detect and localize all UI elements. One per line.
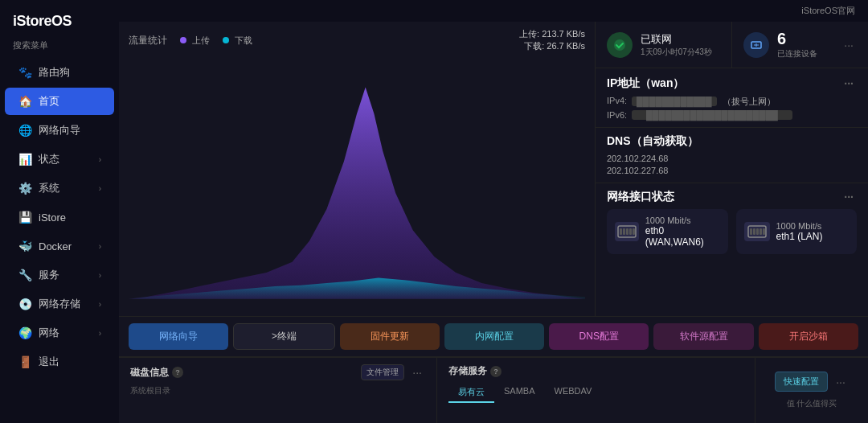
chart-canvas	[129, 55, 585, 310]
sidebar-label-router: 路由狗	[39, 65, 70, 80]
chart-title: 流量统计	[129, 34, 167, 47]
disk-help-icon[interactable]: ?	[172, 367, 183, 378]
netif-eth1: 1000 Mbit/s eth1 (LAN)	[736, 209, 858, 254]
devices-more-button[interactable]: ···	[841, 39, 857, 51]
storage-tabs: 易有云 SAMBA WEBDAV	[448, 383, 743, 403]
action-btn-dns-config[interactable]: DNS配置	[549, 323, 649, 350]
ipv6-row: IPv6: █████████████████████	[607, 110, 857, 120]
disk-more-button[interactable]: ···	[409, 366, 425, 379]
services-arrow: ›	[99, 271, 101, 280]
network-icon: 🌍	[18, 326, 32, 340]
svg-rect-10	[753, 228, 755, 235]
action-btn-terminal[interactable]: >终端	[233, 323, 334, 350]
sidebar-item-network-guide[interactable]: 🌐 网络向导	[5, 117, 114, 144]
system-icon: ⚙️	[18, 181, 32, 195]
sidebar-search-label: 搜索菜单	[0, 36, 119, 58]
action-buttons: 网络向导 >终端 固件更新 内网配置 DNS配置 软件源配置 开启沙箱	[119, 316, 868, 357]
disk-sub: 系统根目录	[130, 385, 425, 396]
ipv4-row: IPv4: ████████████ （拨号上网）	[607, 96, 857, 108]
ethernet2-icon	[747, 224, 767, 239]
sidebar-item-network[interactable]: 🌍 网络 ›	[5, 319, 114, 347]
system-arrow: ›	[99, 184, 101, 193]
sidebar-item-router[interactable]: 🐾 路由狗	[5, 59, 114, 86]
storage-title: 存储服务 ?	[448, 364, 502, 378]
app-logo: iStoreOS	[0, 0, 119, 36]
disk-info: 磁盘信息 ? 文件管理 ··· 系统根目录	[119, 358, 437, 423]
svg-rect-3	[620, 228, 622, 235]
ip-more-button[interactable]: ···	[841, 77, 857, 90]
sidebar-item-system[interactable]: ⚙️ 系统 ›	[5, 175, 114, 202]
sidebar-label-home: 首页	[39, 94, 59, 109]
bottom-section: 磁盘信息 ? 文件管理 ··· 系统根目录 存储服务 ?	[119, 357, 868, 423]
netif-more-button[interactable]: ···	[841, 191, 857, 203]
tab-webdav[interactable]: WEBDAV	[545, 383, 602, 403]
sidebar-label-services: 服务	[39, 268, 59, 282]
sidebar: iStoreOS 搜索菜单 🐾 路由狗 🏠 首页 🌐 网络向导 📊 状态 › ⚙…	[0, 0, 119, 423]
quick-more-button[interactable]: ···	[833, 376, 849, 388]
tab-samba[interactable]: SAMBA	[494, 383, 545, 403]
netif-title: 网络接口状态 ···	[607, 190, 857, 204]
svg-rect-12	[760, 228, 762, 235]
sidebar-item-nas[interactable]: 💿 网络存储 ›	[5, 290, 114, 318]
eth0-icon	[615, 222, 639, 241]
nas-arrow: ›	[99, 300, 101, 309]
chart-stats: 上传: 213.7 KB/s 下载: 26.7 KB/s	[519, 28, 585, 52]
action-btn-firmware[interactable]: 固件更新	[340, 323, 440, 350]
action-btn-software[interactable]: 软件源配置	[653, 323, 753, 350]
legend-download: 下载	[223, 35, 252, 47]
sidebar-label-logout: 退出	[39, 355, 59, 369]
file-manage-button[interactable]: 文件管理	[361, 364, 404, 380]
sidebar-label-network: 网络	[39, 326, 59, 340]
download-dot	[223, 37, 229, 43]
sidebar-item-services[interactable]: 🔧 服务 ›	[5, 261, 114, 289]
devices-icon	[743, 32, 769, 58]
storage-info: 存储服务 ? 易有云 SAMBA WEBDAV	[437, 358, 755, 423]
storage-help-icon[interactable]: ?	[490, 366, 502, 377]
sidebar-label-network-guide: 网络向导	[39, 123, 80, 138]
ip-title: IP地址（wan） ···	[607, 76, 857, 91]
sidebar-label-docker: Docker	[39, 240, 72, 253]
svg-rect-5	[626, 228, 628, 235]
chart-area: 流量统计 上传 下载 上传:	[119, 22, 595, 316]
connected-icon	[607, 32, 633, 58]
action-btn-network-guide[interactable]: 网络向导	[129, 323, 228, 350]
ethernet-icon	[617, 224, 637, 239]
sidebar-item-istore[interactable]: 💾 iStore	[5, 203, 114, 231]
sidebar-label-status: 状态	[39, 152, 59, 166]
eth0-info: 1000 Mbit/s eth0 (WAN,WAN6)	[645, 216, 720, 248]
services-icon: 🔧	[18, 268, 32, 282]
quick-settings: 快速配置 ··· 值 什么值得买	[755, 358, 868, 423]
tab-yiyuyun[interactable]: 易有云	[448, 383, 494, 403]
netif-cards: 1000 Mbit/s eth0 (WAN,WAN6)	[607, 209, 857, 254]
content: 流量统计 上传 下载 上传:	[119, 22, 868, 423]
svg-rect-7	[633, 228, 635, 235]
sidebar-item-logout[interactable]: 🚪 退出	[5, 348, 114, 376]
svg-rect-11	[756, 228, 759, 235]
docker-icon: 🐳	[18, 239, 32, 253]
quick-config-button[interactable]: 快速配置	[775, 372, 828, 392]
eth1-icon	[744, 222, 770, 241]
status-card-devices: 6 已连接设备 ···	[732, 22, 868, 68]
status-cards: 已联网 1天09小时07分43秒 6 已	[596, 22, 868, 68]
docker-arrow: ›	[99, 242, 101, 251]
action-btn-lan-config[interactable]: 内网配置	[444, 323, 544, 350]
devices-text: 6 已连接设备	[777, 30, 817, 60]
chart-legend: 上传 下载	[180, 35, 252, 47]
svg-rect-13	[763, 228, 765, 235]
sidebar-item-docker[interactable]: 🐳 Docker ›	[5, 232, 114, 260]
router-icon: 🐾	[18, 65, 32, 80]
home-icon: 🏠	[18, 94, 32, 109]
ip-section: IP地址（wan） ··· IPv4: ████████████ （拨号上网） …	[596, 68, 868, 128]
checkmark-icon	[613, 39, 626, 51]
sidebar-item-status[interactable]: 📊 状态 ›	[5, 146, 114, 173]
svg-rect-6	[629, 228, 632, 235]
eth1-info: 1000 Mbit/s eth1 (LAN)	[776, 221, 823, 242]
sidebar-item-home[interactable]: 🏠 首页	[5, 88, 114, 115]
official-link[interactable]: iStoreOS官网	[801, 5, 855, 17]
dns-section: DNS（自动获取） 202.102.224.68 202.102.227.68	[596, 128, 868, 183]
action-btn-sandbox[interactable]: 开启沙箱	[759, 323, 858, 350]
status-icon: 📊	[18, 152, 32, 166]
status-card-connected: 已联网 1天09小时07分43秒	[596, 22, 732, 68]
dns2-row: 202.102.227.68	[607, 166, 857, 175]
ipv4-value: ████████████ （拨号上网）	[632, 96, 776, 108]
